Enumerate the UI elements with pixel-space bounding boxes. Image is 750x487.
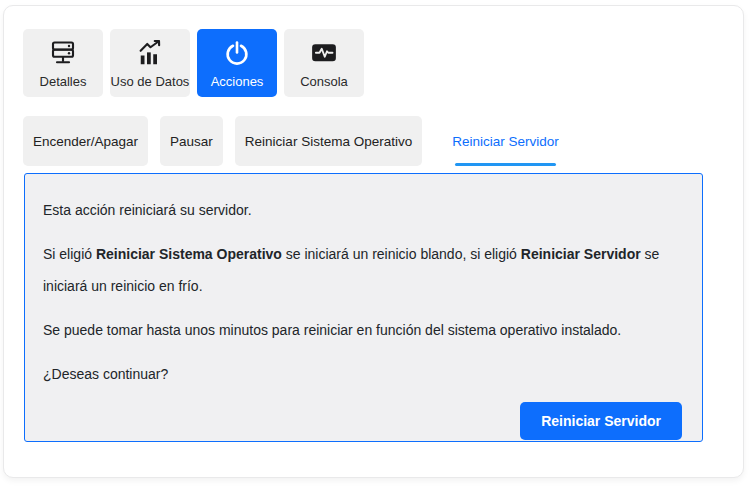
tab-consola[interactable]: Consola <box>284 29 364 97</box>
panel-paragraph: Si eligió Reiniciar Sistema Operativo se… <box>43 238 682 302</box>
action-tab-encender-apagar[interactable]: Encender/Apagar <box>23 116 148 166</box>
tab-uso-de-datos[interactable]: Uso de Datos <box>110 29 190 97</box>
tab-acciones[interactable]: Acciones <box>197 29 277 97</box>
power-icon <box>222 38 252 68</box>
server-management-card: Detalles Uso de Datos Acc <box>3 5 744 478</box>
console-icon <box>309 38 339 68</box>
tab-detalles[interactable]: Detalles <box>23 29 103 97</box>
panel-button-row: Reiniciar Servidor <box>43 402 682 440</box>
panel-paragraphs: Esta acción reiniciará su servidor.Si el… <box>43 194 682 390</box>
tab-label: Acciones <box>211 74 264 89</box>
tab-label: Consola <box>300 74 348 89</box>
action-tab-pausar[interactable]: Pausar <box>160 116 223 166</box>
tab-label: Uso de Datos <box>111 74 190 89</box>
tab-label: Detalles <box>40 74 87 89</box>
panel-paragraph: ¿Deseas continuar? <box>43 358 682 390</box>
main-tab-bar: Detalles Uso de Datos Acc <box>4 6 743 97</box>
server-icon <box>48 38 78 68</box>
action-panel: Esta acción reiniciará su servidor.Si el… <box>24 173 703 442</box>
panel-paragraph: Se puede tomar hasta unos minutos para r… <box>43 314 682 346</box>
action-tab-bar: Encender/Apagar Pausar Reiniciar Sistema… <box>23 116 743 166</box>
action-tab-reiniciar-sistema-operativo[interactable]: Reiniciar Sistema Operativo <box>235 116 422 166</box>
action-tab-reiniciar-servidor[interactable]: Reiniciar Servidor <box>442 116 569 166</box>
chart-icon <box>135 38 165 68</box>
panel-paragraph: Esta acción reiniciará su servidor. <box>43 194 682 226</box>
reiniciar-servidor-button[interactable]: Reiniciar Servidor <box>520 402 682 440</box>
